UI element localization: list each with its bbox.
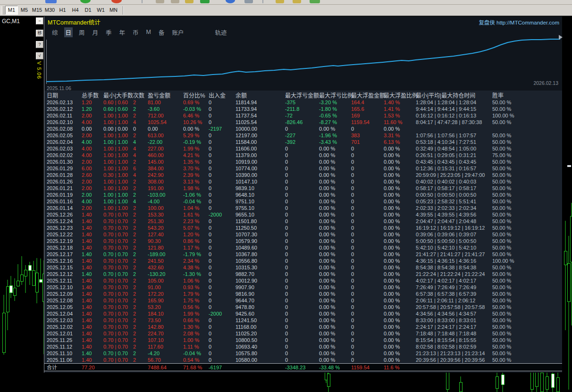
table-row[interactable]: 2026.01.296.001.00 | 1.006384.003.70 %01…	[44, 165, 562, 172]
cell: 7:18:48 | 7:18:48 | 7:18:48	[416, 330, 492, 337]
table-row[interactable]: 2026.02.131.200.60 | 0.60281.000.69 %011…	[44, 99, 562, 106]
check-button[interactable]: √	[36, 52, 43, 59]
menu-item-季[interactable]: 季	[104, 27, 113, 37]
toolbar-icon-fragment[interactable]	[185, 0, 193, 3]
menu-item-账户[interactable]: 账户	[171, 27, 185, 37]
cell: 53.20	[148, 304, 183, 310]
cell: 1.75 %	[183, 297, 209, 304]
table-row[interactable]: 2025.12.221.400.70 | 0.702127.401.20 %01…	[44, 231, 562, 238]
cell: 2	[133, 357, 148, 363]
table-row[interactable]: 2025.12.111.400.70 | 0.702105.001.06 %01…	[44, 277, 562, 284]
table-row[interactable]: 2025.12.151.400.70 | 0.702432.604.38 %01…	[44, 264, 562, 271]
menu-item-M[interactable]: M	[145, 28, 152, 36]
toolbar-icon-fragment[interactable]	[156, 0, 164, 3]
menu-item-日[interactable]: 日	[64, 27, 73, 37]
table-row[interactable]: 2025.12.081.400.70 | 0.702165.901.75 %09…	[44, 297, 562, 304]
table-row[interactable]: 2026.02.121.200.60 | 0.602-3.60-0.03 %01…	[44, 106, 562, 112]
table-row[interactable]: 2026.02.034.001.00 | 1.004227.001.99 %01…	[44, 145, 562, 152]
toolbar-icon-fragment[interactable]	[171, 0, 179, 3]
table-row[interactable]: 2025.12.191.400.70 | 0.70290.300.86 %010…	[44, 238, 562, 244]
table-row[interactable]: 2026.02.044.001.00 | 1.004-22.00-0.19 %0…	[44, 139, 562, 145]
cell: 0.00 %	[384, 324, 416, 330]
timeframe-button-m15[interactable]: M15	[31, 6, 43, 15]
timeframe-button-mn[interactable]: MN	[107, 6, 120, 15]
move-button[interactable]: 移	[36, 30, 43, 37]
table-row[interactable]: 2025.12.031.400.70 | 0.70273.500.66 %011…	[44, 317, 562, 324]
cell: 0:05:23 | 2:58:32 | 5:51:41	[416, 198, 492, 205]
candle-body	[541, 373, 544, 392]
cell: -72	[285, 112, 319, 119]
cell: 4	[133, 172, 148, 178]
cell: 0:43:45 | 0:43:45 | 0:43:45	[416, 158, 492, 165]
table-row[interactable]: 2026.01.282.600.30 | 1.004242.902.39 %01…	[44, 172, 562, 178]
table-row[interactable]: 2026.02.104.001.00 | 1.0041025.5410.26 %…	[44, 119, 562, 125]
menu-item-月[interactable]: 月	[91, 27, 100, 37]
table-row[interactable]: 2026.02.112.001.00 | 1.002712.006.46 %01…	[44, 112, 562, 119]
menu-item-综[interactable]: 综	[50, 27, 59, 37]
cell: 0	[209, 132, 236, 139]
timeframe-button-m5[interactable]: M5	[18, 6, 31, 15]
menu-item-年[interactable]: 年	[118, 27, 127, 37]
toolbar-icon-fragment[interactable]	[45, 0, 57, 3]
timeframe-button-h1[interactable]: H1	[56, 6, 69, 15]
timeframe-button-m1[interactable]: M1	[5, 6, 18, 15]
table-row[interactable]: 2025.12.171.400.70 | 0.702-189.00-1.79 %…	[44, 251, 562, 258]
table-row[interactable]: 2026.02.024.001.00 | 1.004460.004.21 %01…	[44, 152, 562, 158]
table-row[interactable]: 2026.01.262.001.00 | 1.002308.003.13 %01…	[44, 178, 562, 185]
table-row[interactable]: 2025.12.011.400.70 | 0.702224.702.08 %01…	[44, 330, 562, 337]
timeframe-button-w1[interactable]: W1	[94, 6, 107, 15]
table-row[interactable]: 2026.02.052.001.00 | 1.002613.005.29 %01…	[44, 132, 562, 139]
table-row[interactable]: 2025.12.091.400.70 | 0.702172.201.79 %09…	[44, 291, 562, 297]
table-row[interactable]: 2026.01.142.001.00 | 1.002100.001.04 %09…	[44, 205, 562, 211]
panel-link[interactable]: 复盘侠 http://MTCommander.com	[479, 18, 559, 26]
cell: 2025.12.26	[47, 211, 82, 218]
table-row[interactable]: 2026.01.302.001.00 | 1.002145.001.35 %01…	[44, 158, 562, 165]
table-row[interactable]: 2026.01.192.001.00 | 1.002-103.00-1.06 %…	[44, 192, 562, 198]
table-row[interactable]: 2025.11.251.400.70 | 0.702107.101.00 %01…	[44, 337, 562, 343]
table-row[interactable]: 2026.01.212.001.00 | 1.002191.001.98 %09…	[44, 185, 562, 192]
table-row[interactable]: 2026.01.164.001.00 | 1.004-4.00-0.04 %09…	[44, 198, 562, 205]
cell: 0.00 %	[384, 277, 416, 284]
timeframe-button-d1[interactable]: D1	[82, 6, 94, 15]
menu-item-周[interactable]: 周	[77, 27, 86, 37]
table-row[interactable]: 2026.02.080.000.00 | 0.0000.000.00 %-219…	[44, 125, 562, 132]
toolbar-icon-fragment[interactable]	[276, 0, 284, 3]
toolbar-icon-fragment[interactable]	[244, 0, 253, 3]
table-row[interactable]: 2025.12.261.400.70 | 0.702153.301.61 %-2…	[44, 211, 562, 218]
cell: 2025.11.06	[47, 357, 82, 363]
minimize-button[interactable]: −	[36, 17, 43, 25]
table-row[interactable]: 2025.11.101.400.70 | 0.702-4.20-0.04 %01…	[44, 350, 562, 357]
table-row[interactable]: 2025.11.121.400.70 | 0.702117.601.11 %01…	[44, 343, 562, 350]
toolbar-icon-fragment[interactable]	[80, 0, 91, 3]
timeframe-button-h4[interactable]: H4	[69, 6, 82, 15]
cell: 0.30 | 1.00	[103, 172, 133, 178]
candle-body	[328, 374, 330, 387]
toolbar-icon-fragment[interactable]	[226, 0, 235, 3]
timeframe-button-m30[interactable]: M30	[43, 6, 56, 15]
help-button[interactable]: ?	[36, 41, 43, 48]
table-row[interactable]: 2025.11.061.400.70 | 0.70256.700.54 %010…	[44, 357, 562, 363]
cell: -3348.23	[285, 364, 319, 371]
cell: 50.00 %	[492, 251, 562, 258]
cell: 0.00 %	[384, 231, 416, 238]
table-row[interactable]: 2025.12.041.400.70 | 0.702184.101.99 %-2…	[44, 310, 562, 317]
menu-item-币[interactable]: 币	[131, 27, 140, 37]
table-row[interactable]: 2025.12.021.400.70 | 0.702142.801.30 %01…	[44, 324, 562, 330]
menu-item-轨迹[interactable]: 轨迹	[214, 27, 228, 37]
table-total-row[interactable]: 合计77.207488.6471.68 %-6197-3348.23-33.48…	[44, 363, 562, 371]
table-row[interactable]: 2025.12.101.400.70 | 0.70291.000.93 %099…	[44, 284, 562, 291]
table-row[interactable]: 2025.12.051.400.70 | 0.70253.200.56 %094…	[44, 304, 562, 310]
toolbar-icon-fragment[interactable]	[293, 0, 301, 3]
table-row[interactable]: 2025.12.231.400.70 | 0.702543.205.07 %01…	[44, 225, 562, 231]
table-row[interactable]: 2025.12.241.400.70 | 0.702251.302.23 %01…	[44, 218, 562, 225]
toolbar-icon-fragment[interactable]	[310, 0, 320, 3]
toolbar-grip[interactable]	[1, 6, 4, 15]
table-row[interactable]: 2025.12.121.400.70 | 0.702-130.20-1.30 %…	[44, 271, 562, 277]
toolbar-icon-fragment[interactable]	[111, 0, 122, 3]
cell: 2025.12.22	[47, 231, 82, 238]
table-row[interactable]: 2025.12.161.400.70 | 0.702241.502.34 %01…	[44, 258, 562, 264]
table-row[interactable]: 2025.12.181.400.70 | 0.702121.801.17 %01…	[44, 244, 562, 251]
toolbar-icon-fragment[interactable]	[200, 0, 210, 3]
menu-item-备[interactable]: 备	[157, 27, 166, 37]
cell: 8:15:54 | 8:15:54 | 8:15:55	[416, 337, 492, 343]
